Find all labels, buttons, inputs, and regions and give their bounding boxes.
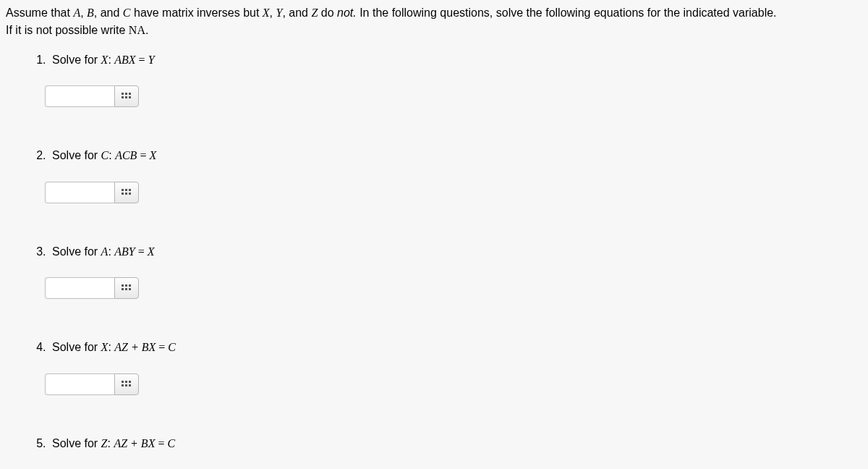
question-prompt: Solve for A: ABY = X xyxy=(52,244,862,260)
equation-editor-button[interactable] xyxy=(114,182,139,203)
question-prompt: Solve for C: ACB = X xyxy=(52,148,862,164)
intro-text: do xyxy=(318,7,337,19)
var-A: A xyxy=(73,7,80,19)
var-X: X xyxy=(263,7,270,19)
prompt-lead: Solve for xyxy=(52,149,101,161)
eq-lhs: ABX xyxy=(114,54,135,66)
eq-lhs: AZ + BX xyxy=(114,341,156,353)
prompt-colon: : xyxy=(108,341,114,353)
answer-row xyxy=(45,373,862,395)
target-var: A xyxy=(101,245,109,258)
eq-sign: = xyxy=(135,245,148,258)
eq-rhs: X xyxy=(149,149,156,161)
question-list: Solve for X: ABX = Y Solve for C: ACB = … xyxy=(6,52,862,469)
question-prompt: Solve for X: ABX = Y xyxy=(52,52,862,68)
intro-text: Assume that xyxy=(6,7,73,19)
prompt-lead: Solve for xyxy=(52,341,101,353)
problem-intro: Assume that A, B, and C have matrix inve… xyxy=(6,4,862,39)
eq-sign: = xyxy=(156,341,168,353)
equation-editor-button[interactable] xyxy=(114,277,139,299)
keypad-icon xyxy=(122,93,132,100)
prompt-lead: Solve for xyxy=(52,437,101,449)
answer-row xyxy=(45,277,862,299)
intro-text: , and xyxy=(282,7,311,19)
answer-input[interactable] xyxy=(45,182,114,203)
eq-lhs: AZ + BX xyxy=(114,437,155,449)
intro-text: , xyxy=(80,7,87,19)
question-item: Solve for C: ACB = X xyxy=(49,148,862,203)
keypad-icon xyxy=(122,381,132,388)
eq-sign: = xyxy=(155,437,167,449)
page-content: Assume that A, B, and C have matrix inve… xyxy=(0,0,868,469)
question-item: Solve for Z: AZ + BX = C xyxy=(49,436,862,469)
target-var: Z xyxy=(101,437,108,449)
question-item: Solve for X: ABX = Y xyxy=(49,52,862,107)
prompt-colon: : xyxy=(108,245,114,258)
var-C: C xyxy=(123,7,131,19)
answer-row xyxy=(45,85,862,107)
eq-lhs: ACB xyxy=(115,149,137,161)
prompt-lead: Solve for xyxy=(52,245,101,258)
prompt-colon: : xyxy=(109,149,115,161)
intro-text: , and xyxy=(94,7,123,19)
eq-rhs: C xyxy=(168,341,176,353)
eq-lhs: ABY xyxy=(114,245,135,258)
answer-input[interactable] xyxy=(45,277,114,299)
intro-text: . xyxy=(145,24,148,36)
equation-editor-button[interactable] xyxy=(114,85,139,107)
var-Z: Z xyxy=(311,7,318,19)
literal-na: NA xyxy=(129,24,145,36)
emph-not: not. xyxy=(337,7,357,19)
intro-text: In the following questions, solve the fo… xyxy=(357,7,777,19)
target-var: X xyxy=(101,54,109,66)
intro-text: have matrix inverses but xyxy=(131,7,263,19)
equation-editor-button[interactable] xyxy=(114,373,139,395)
target-var: X xyxy=(101,341,109,353)
intro-text: , xyxy=(270,7,276,19)
target-var: C xyxy=(101,149,109,161)
var-B: B xyxy=(87,7,94,19)
eq-sign: = xyxy=(137,149,149,161)
answer-row xyxy=(45,182,862,203)
keypad-icon xyxy=(122,189,132,196)
eq-rhs: X xyxy=(148,245,155,258)
prompt-lead: Solve for xyxy=(52,54,101,66)
intro-text-line2: If it is not possible write xyxy=(6,24,129,36)
question-item: Solve for X: AZ + BX = C xyxy=(49,339,862,394)
answer-input[interactable] xyxy=(45,373,114,395)
answer-input[interactable] xyxy=(45,85,114,107)
prompt-colon: : xyxy=(108,54,114,66)
question-prompt: Solve for X: AZ + BX = C xyxy=(52,339,862,355)
eq-rhs: Y xyxy=(148,54,155,66)
question-item: Solve for A: ABY = X xyxy=(49,244,862,299)
question-prompt: Solve for Z: AZ + BX = C xyxy=(52,436,862,452)
eq-sign: = xyxy=(136,54,148,66)
eq-rhs: C xyxy=(167,437,175,449)
keypad-icon xyxy=(122,284,132,292)
